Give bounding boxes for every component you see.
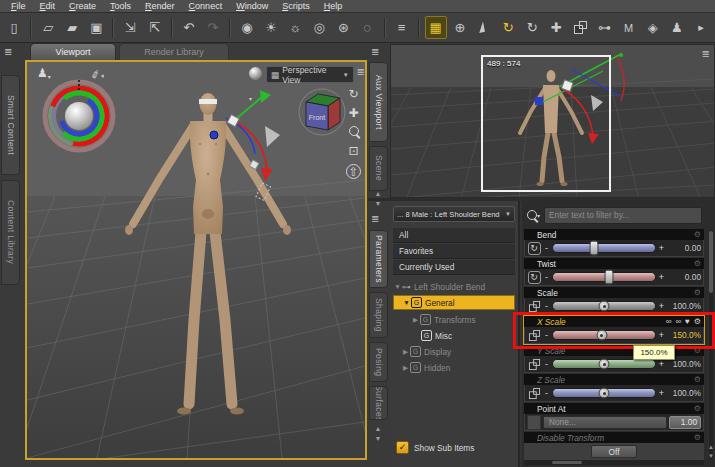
nudge-plus-button[interactable]: + [658, 359, 665, 369]
nudge-plus-button[interactable]: + [658, 272, 665, 282]
gear-icon[interactable]: ⚙ [694, 230, 701, 240]
create-spotlight-icon[interactable]: ⊛ [332, 16, 354, 39]
menu-window[interactable]: Window [229, 0, 275, 12]
menu-connect[interactable]: Connect [182, 0, 230, 12]
nudge-plus-button[interactable]: + [658, 243, 665, 253]
show-sub-items-checkbox[interactable]: ✓ [396, 441, 409, 454]
translate-tool-icon[interactable]: ✚ [545, 16, 567, 39]
scroll-up-icon[interactable]: ▲ [707, 443, 715, 451]
point-at-value[interactable]: 1.00 [669, 416, 701, 429]
create-linear-point-light-icon[interactable]: ◎ [308, 16, 330, 39]
save-file-icon[interactable]: ▣ [85, 16, 107, 39]
aux-pane-menu-icon[interactable]: ≣ [371, 46, 379, 57]
collapse-arrow-icon[interactable]: ▶ [411, 316, 420, 324]
node-selector-dropdown[interactable]: ... 8 Male : Left Shoulder Bend ▼ [393, 206, 515, 222]
collapse-arrow-icon[interactable]: ▶ [401, 364, 410, 372]
y-scale-value[interactable]: 100.0% [667, 359, 701, 369]
figure-setup-tool-icon[interactable]: ♟ [666, 16, 688, 39]
menu-scripts[interactable]: Scripts [275, 0, 317, 12]
nudge-minus-button[interactable]: - [543, 243, 550, 253]
menu-create[interactable]: Create [62, 0, 103, 12]
tab-surfaces[interactable]: Surfaces [369, 386, 388, 420]
slider-thumb[interactable] [599, 301, 610, 312]
gear-icon[interactable]: ⚙ [694, 317, 701, 327]
tab-parameters[interactable]: Parameters [369, 230, 388, 288]
x-scale-value[interactable]: 150.0% [667, 330, 701, 340]
scale-slider[interactable] [552, 301, 656, 311]
view-selector-dropdown[interactable]: ▦ Perspective View ▼ [266, 66, 354, 83]
unlink-icon[interactable]: ∞ [675, 317, 681, 327]
aim-at-icon[interactable]: ⊕ [449, 16, 471, 39]
disable-transform-toggle[interactable]: Off [591, 445, 637, 458]
nudge-plus-button[interactable]: + [658, 301, 665, 311]
aux-viewport[interactable]: 489 : 574 ≣ [390, 44, 715, 198]
filter-search-icon[interactable]: ▾ [527, 210, 540, 220]
scale-tool-icon[interactable] [569, 16, 591, 39]
joint-editor-tool-icon[interactable]: ⊶ [593, 16, 615, 39]
tab-viewport[interactable]: Viewport [30, 43, 116, 60]
active-pose-tool-icon[interactable]: ↻ [497, 16, 519, 39]
powerpose-icon[interactable]: ▦ [425, 16, 447, 39]
menu-file[interactable]: File [4, 0, 33, 12]
nudge-minus-button[interactable]: - [543, 272, 550, 282]
home-icon[interactable]: ⇧ [346, 164, 361, 179]
menu-help[interactable]: Help [317, 0, 350, 12]
tab-scroll-down-icon[interactable]: ▼ [371, 434, 385, 443]
undo-icon[interactable]: ↶ [178, 16, 200, 39]
create-camera-icon[interactable]: ◉ [236, 16, 258, 39]
gear-icon[interactable]: ⚙ [694, 433, 701, 443]
import-icon[interactable]: ⇲ [119, 16, 141, 39]
scene-list-icon[interactable]: ≡ [391, 16, 413, 39]
gear-icon[interactable]: ⚙ [694, 346, 701, 356]
slider-thumb[interactable] [596, 330, 607, 341]
new-file-icon[interactable]: ▯ [3, 16, 25, 39]
mesh-grabber-tool-icon[interactable]: M [618, 16, 640, 39]
horizontal-scrollbar[interactable] [524, 460, 704, 465]
tab-aux-viewport[interactable]: Aux Viewport [369, 62, 388, 142]
tree-item-general[interactable]: ▼ G General [393, 295, 515, 310]
tab-scene[interactable]: Scene [369, 146, 388, 191]
pan-icon[interactable]: ✚ [348, 107, 358, 119]
slider-thumb[interactable] [605, 270, 614, 285]
twist-slider[interactable] [552, 272, 656, 282]
main-viewport[interactable]: ♟▾ ✐▾ Front ▾ ▦ [25, 60, 367, 460]
export-icon[interactable]: ⇱ [144, 16, 166, 39]
nudge-minus-button[interactable]: - [543, 301, 550, 311]
gear-icon[interactable]: ⚙ [694, 375, 701, 385]
tab-shaping[interactable]: Shaping [369, 292, 388, 338]
bend-value[interactable]: 0.00 [667, 243, 701, 253]
menu-edit[interactable]: Edit [33, 0, 63, 12]
geometry-editor-tool-icon[interactable]: ◈ [642, 16, 664, 39]
link-icon[interactable]: ∞ [666, 317, 672, 327]
tab-scroll-up-icon[interactable]: ▲ [371, 424, 385, 433]
z-scale-slider[interactable] [552, 388, 656, 398]
expand-arrow-icon[interactable]: ▼ [402, 299, 411, 306]
list-item-favorites[interactable]: Favorites [393, 244, 515, 259]
slider-thumb[interactable] [599, 359, 610, 370]
orbit-icon[interactable]: ↻ [348, 88, 358, 100]
tree-item-misc[interactable]: G Misc [393, 328, 515, 343]
point-at-target-button[interactable]: None... [543, 416, 667, 429]
open-file-icon[interactable]: ▱ [37, 16, 59, 39]
create-distant-light-icon[interactable]: ☀ [260, 16, 282, 39]
scale-value[interactable]: 100.0% [667, 301, 701, 311]
gear-icon[interactable]: ⚙ [694, 288, 701, 298]
tab-scroll-up-icon[interactable]: ▲ [371, 189, 385, 198]
toolbar-overflow-icon[interactable]: ▸ [690, 16, 712, 39]
nudge-plus-button[interactable]: + [658, 330, 665, 340]
tab-smart-content[interactable]: Smart Content [1, 75, 20, 175]
filter-input[interactable] [544, 207, 702, 224]
open-recent-icon[interactable]: ▰ [61, 16, 83, 39]
pane-menu-icon[interactable]: ≣ [4, 46, 12, 57]
vertical-scrollbar[interactable] [708, 229, 714, 461]
slider-thumb[interactable] [589, 241, 598, 256]
twist-value[interactable]: 0.00 [667, 272, 701, 282]
gear-icon[interactable]: ⚙ [694, 259, 701, 269]
nudge-minus-button[interactable]: - [543, 330, 550, 340]
tree-item-left-shoulder-bend[interactable]: ▼ ⊶ Left Shoulder Bend [393, 279, 515, 294]
y-scale-slider[interactable] [552, 359, 656, 369]
drawstyle-sphere-icon[interactable]: ▾ [249, 66, 263, 102]
bend-slider[interactable] [552, 243, 656, 253]
list-item-all[interactable]: All [393, 228, 515, 243]
tree-item-display[interactable]: ▶ G Display [393, 344, 515, 359]
